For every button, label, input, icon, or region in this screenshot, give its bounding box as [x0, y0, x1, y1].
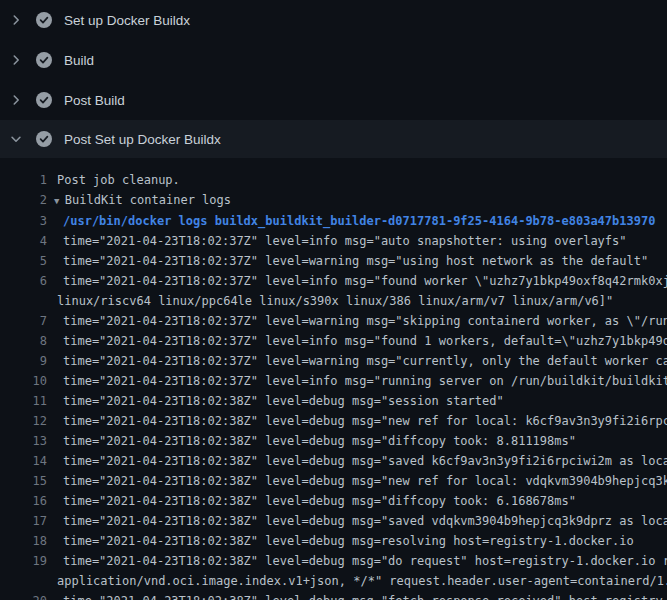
log-line-text: time="2021-04-23T18:02:38Z" level=debug … [47, 471, 667, 491]
log-line: 5time="2021-04-23T18:02:37Z" level=warni… [0, 251, 667, 271]
log-line: 14time="2021-04-23T18:02:38Z" level=debu… [0, 451, 667, 471]
check-circle-icon [36, 12, 52, 28]
log-line-number[interactable]: 18 [0, 531, 47, 551]
step-label: Post Build [64, 93, 125, 108]
log-line-number[interactable]: 10 [0, 371, 47, 391]
log-line-text: time="2021-04-23T18:02:37Z" level=info m… [47, 271, 667, 311]
log-line-number[interactable]: 5 [0, 251, 47, 271]
log-line-number[interactable]: 13 [0, 431, 47, 451]
log-line: 2▼ BuildKit container logs [0, 190, 667, 211]
check-circle-icon [36, 92, 52, 108]
log-line-number[interactable]: 1 [0, 170, 47, 190]
log-line: 18time="2021-04-23T18:02:38Z" level=debu… [0, 531, 667, 551]
log-line: 1Post job cleanup. [0, 170, 667, 190]
log-line-number[interactable]: 14 [0, 451, 47, 471]
log-line-number[interactable]: 20 [0, 591, 47, 600]
log-line-text: time="2021-04-23T18:02:38Z" level=debug … [47, 451, 667, 471]
log-line-number[interactable]: 19 [0, 551, 47, 571]
log-line-number[interactable]: 15 [0, 471, 47, 491]
log-line-number[interactable]: 2 [0, 190, 47, 210]
log-line: 17time="2021-04-23T18:02:38Z" level=debu… [0, 511, 667, 531]
log-line: 12time="2021-04-23T18:02:38Z" level=debu… [0, 411, 667, 431]
step-row-post-set-up-docker-buildx[interactable]: Post Set up Docker Buildx [0, 120, 667, 158]
log-line-text: time="2021-04-23T18:02:37Z" level=warnin… [47, 351, 667, 371]
log-line-text: time="2021-04-23T18:02:38Z" level=debug … [47, 491, 667, 511]
log-line: 4time="2021-04-23T18:02:37Z" level=info … [0, 231, 667, 251]
check-circle-icon [36, 52, 52, 68]
chevron-right-icon [8, 52, 24, 68]
log-line: 16time="2021-04-23T18:02:38Z" level=debu… [0, 491, 667, 511]
step-label: Post Set up Docker Buildx [64, 132, 221, 147]
log-line: 11time="2021-04-23T18:02:38Z" level=debu… [0, 391, 667, 411]
step-label: Set up Docker Buildx [64, 13, 190, 28]
log-line-text: time="2021-04-23T18:02:37Z" level=warnin… [47, 251, 667, 271]
log-command-text: /usr/bin/docker logs buildx_buildkit_bui… [47, 211, 667, 231]
log-line-number[interactable]: 17 [0, 511, 47, 531]
group-title: BuildKit container logs [65, 193, 231, 207]
log-line-number[interactable]: 11 [0, 391, 47, 411]
step-row-set-up-docker-buildx[interactable]: Set up Docker Buildx [0, 0, 667, 40]
log-line-number[interactable]: 16 [0, 491, 47, 511]
actions-log-viewer: Set up Docker BuildxBuildPost BuildPost … [0, 0, 667, 600]
log-line-number[interactable]: 6 [0, 271, 47, 291]
chevron-right-icon [8, 12, 24, 28]
log-line-number[interactable]: 3 [0, 211, 47, 231]
log-line-text: time="2021-04-23T18:02:37Z" level=info m… [47, 231, 667, 251]
log-line-text: Post job cleanup. [47, 170, 667, 190]
log-line-text: time="2021-04-23T18:02:37Z" level=info m… [47, 331, 667, 351]
group-toggle-icon[interactable]: ▼ [54, 196, 65, 206]
log-line-number[interactable]: 8 [0, 331, 47, 351]
steps-list: Set up Docker BuildxBuildPost BuildPost … [0, 0, 667, 158]
log-line: 19time="2021-04-23T18:02:38Z" level=debu… [0, 551, 667, 591]
log-line-text: time="2021-04-23T18:02:37Z" level=warnin… [47, 311, 667, 331]
log-line-number[interactable]: 12 [0, 411, 47, 431]
log-line: 20time="2021-04-23T18:02:38Z" level=debu… [0, 591, 667, 600]
log-line: 10time="2021-04-23T18:02:37Z" level=info… [0, 371, 667, 391]
chevron-down-icon [8, 131, 24, 147]
log-line: 3/usr/bin/docker logs buildx_buildkit_bu… [0, 211, 667, 231]
log-line: 8time="2021-04-23T18:02:37Z" level=info … [0, 331, 667, 351]
log-line-text: time="2021-04-23T18:02:38Z" level=debug … [47, 511, 667, 531]
log-line: 7time="2021-04-23T18:02:37Z" level=warni… [0, 311, 667, 331]
log-line: 6time="2021-04-23T18:02:37Z" level=info … [0, 271, 667, 311]
check-circle-icon [36, 131, 52, 147]
step-row-post-build[interactable]: Post Build [0, 80, 667, 120]
log-line-text: time="2021-04-23T18:02:38Z" level=debug … [47, 411, 667, 431]
log-line-text: time="2021-04-23T18:02:38Z" level=debug … [47, 591, 667, 600]
log-line-text: time="2021-04-23T18:02:38Z" level=debug … [47, 391, 667, 411]
log-line-text: time="2021-04-23T18:02:38Z" level=debug … [47, 551, 667, 591]
log-line-text: ▼ BuildKit container logs [47, 190, 667, 211]
log-line-text: time="2021-04-23T18:02:38Z" level=debug … [47, 431, 667, 451]
step-label: Build [64, 53, 94, 68]
log-line-text: time="2021-04-23T18:02:37Z" level=info m… [47, 371, 667, 391]
chevron-right-icon [8, 92, 24, 108]
log-line-number[interactable]: 7 [0, 311, 47, 331]
log-line: 9time="2021-04-23T18:02:37Z" level=warni… [0, 351, 667, 371]
log-line: 15time="2021-04-23T18:02:38Z" level=debu… [0, 471, 667, 491]
log-line: 13time="2021-04-23T18:02:38Z" level=debu… [0, 431, 667, 451]
step-row-build[interactable]: Build [0, 40, 667, 80]
log-line-text: time="2021-04-23T18:02:38Z" level=debug … [47, 531, 667, 551]
log-lines: 1Post job cleanup.2▼ BuildKit container … [0, 158, 667, 600]
log-line-number[interactable]: 4 [0, 231, 47, 251]
log-line-number[interactable]: 9 [0, 351, 47, 371]
